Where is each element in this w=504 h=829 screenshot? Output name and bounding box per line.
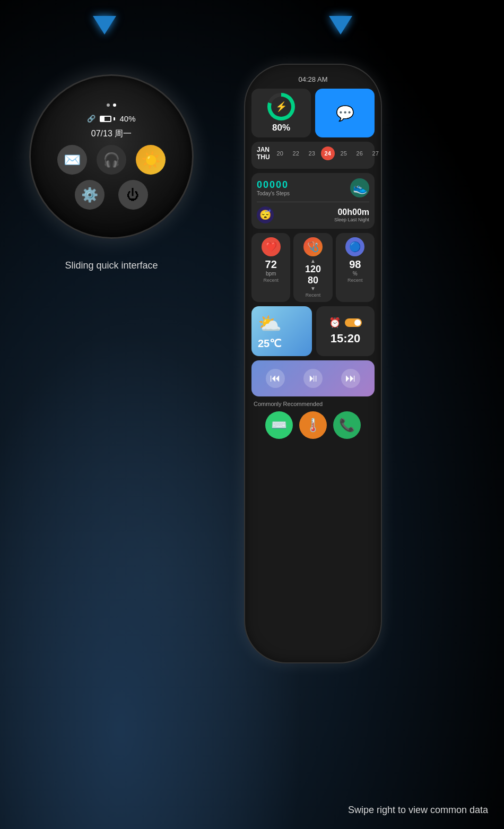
battery-body <box>100 116 111 122</box>
arrow-left <box>93 16 116 34</box>
heart-icon: ❤️ <box>262 237 281 256</box>
sleep-row: 😴 00h00m Sleep Last Night <box>257 206 369 223</box>
cal-date-20: 20 <box>273 146 287 160</box>
keyboard-app-icon[interactable]: ⌨️ <box>265 411 293 439</box>
spo2-label: Recent <box>347 278 363 283</box>
cal-date-26: 26 <box>353 146 367 160</box>
weather-card[interactable]: ⛅ 25℃ <box>251 306 312 356</box>
cal-date-25: 25 <box>337 146 351 160</box>
shoe-icon: 👟 <box>350 178 369 197</box>
watch-dots <box>107 103 116 107</box>
brightness-icon[interactable]: ☀️ <box>136 145 166 175</box>
dot-2 <box>113 103 116 107</box>
link-icon: 🔗 <box>87 115 95 123</box>
battery-card[interactable]: ⚡ 80% <box>251 89 311 137</box>
alarm-card[interactable]: ⏰ 15:20 <box>316 306 375 356</box>
caption-right: Swipe right to view common data <box>348 805 488 816</box>
watch-icons-row2: ⚙️ ⏻ <box>75 180 148 210</box>
spo2-icon: 🔵 <box>345 237 364 256</box>
steps-divider <box>257 202 369 202</box>
alarm-toggle[interactable] <box>345 318 362 327</box>
power-icon[interactable]: ⏻ <box>118 180 148 210</box>
weather-temp: 25℃ <box>258 337 281 350</box>
battery-percent-band: 80% <box>272 123 290 133</box>
bp-icon: 🩺 <box>303 237 323 256</box>
band-row1: ⚡ 80% 💬 <box>251 89 375 137</box>
weather-icon: ⛅ <box>258 313 282 335</box>
alarm-icon: ⏰ <box>329 317 341 329</box>
alarm-top-row: ⏰ <box>329 317 362 329</box>
steps-sleep-card[interactable]: 00000 Today's Steps 👟 😴 00h00m Sleep Las… <box>251 173 375 229</box>
steps-label: Today's Steps <box>257 191 290 196</box>
sleep-icon: 😴 <box>257 206 274 223</box>
lightning-icon: ⚡ <box>275 101 287 113</box>
sleep-value: 00h00m <box>334 208 369 217</box>
watch-date: 07/13 周一 <box>91 128 132 140</box>
watch-status-bar: 🔗 40% <box>87 114 135 123</box>
heart-rate-label: Recent <box>263 278 279 283</box>
spo2-value: 98 <box>349 258 361 271</box>
message-card[interactable]: 💬 <box>315 89 375 137</box>
weather-alarm-row: ⛅ 25℃ ⏰ 15:20 <box>251 306 375 356</box>
spo2-card[interactable]: 🔵 98 % Recent <box>336 233 375 302</box>
watch-circle: 🔗 40% 07/13 周一 ✉️ 🎧 ☀️ ⚙️ ⏻ <box>29 74 194 239</box>
watch-icons-row1: ✉️ 🎧 ☀️ <box>57 145 166 175</box>
heart-rate-unit: bpm <box>266 271 276 277</box>
music-player-card[interactable]: ⏮ ⏯ ⏭ <box>251 360 375 396</box>
message-icon: 💬 <box>336 105 354 122</box>
calendar-weekday: THU <box>257 153 270 161</box>
bluetooth-headphones-icon[interactable]: 🎧 <box>97 145 126 175</box>
settings-icon[interactable]: ⚙️ <box>75 180 105 210</box>
calendar-header: JAN THU 20 22 23 24 25 26 27 <box>257 146 369 161</box>
mail-icon[interactable]: ✉️ <box>57 145 87 175</box>
music-prev-button[interactable]: ⏮ <box>266 369 285 388</box>
calendar-dates: 20 22 23 24 25 26 27 <box>273 146 382 160</box>
arrow-right <box>329 16 352 34</box>
steps-row: 00000 Today's Steps 👟 <box>257 178 369 197</box>
thermometer-app-icon[interactable]: 🌡️ <box>299 411 327 439</box>
calendar-month-day: JAN THU <box>257 146 270 161</box>
sleep-label: Sleep Last Night <box>334 217 369 222</box>
bp-up-arrow: ▲ <box>310 258 316 264</box>
calendar-card[interactable]: JAN THU 20 22 23 24 25 26 27 <box>251 142 375 169</box>
bp-down-arrow: ▼ <box>310 286 316 291</box>
cal-date-22: 22 <box>289 146 303 160</box>
cal-date-24: 24 <box>321 146 335 160</box>
battery-icon <box>100 116 115 122</box>
watch-band: 04:28 AM ⚡ 80% 💬 JAN THU 20 22 23 24 25 <box>244 64 382 663</box>
battery-percent: 40% <box>119 114 135 123</box>
band-time: 04:28 AM <box>299 75 328 83</box>
bp-display: ▲ 120 80 ▼ <box>305 258 321 291</box>
battery-ring: ⚡ <box>267 93 295 120</box>
heart-rate-value: 72 <box>265 258 277 271</box>
bp-diastolic: 80 <box>308 275 318 286</box>
health-row: ❤️ 72 bpm Recent 🩺 ▲ 120 80 ▼ Recent 🔵 9… <box>251 233 375 302</box>
recommended-apps-row: ⌨️ 🌡️ 📞 <box>251 411 375 439</box>
calendar-month: JAN <box>257 146 270 153</box>
bp-label: Recent <box>306 292 321 298</box>
music-play-pause-button[interactable]: ⏯ <box>303 369 323 388</box>
battery-tip <box>114 117 115 120</box>
cal-date-27: 27 <box>369 146 382 160</box>
dot-1 <box>107 103 110 107</box>
spo2-unit: % <box>353 271 358 277</box>
bp-systolic: 120 <box>305 264 321 275</box>
blood-pressure-card[interactable]: 🩺 ▲ 120 80 ▼ Recent <box>293 233 332 302</box>
alarm-time: 15:20 <box>331 332 360 346</box>
heart-rate-card[interactable]: ❤️ 72 bpm Recent <box>251 233 290 302</box>
music-next-button[interactable]: ⏭ <box>341 369 360 388</box>
recommended-label: Commonly Recommended <box>251 401 375 407</box>
cal-date-23: 23 <box>305 146 319 160</box>
steps-value: 00000 <box>257 179 290 191</box>
caption-left: Sliding quick interface <box>29 260 194 271</box>
phone-app-icon[interactable]: 📞 <box>333 411 361 439</box>
